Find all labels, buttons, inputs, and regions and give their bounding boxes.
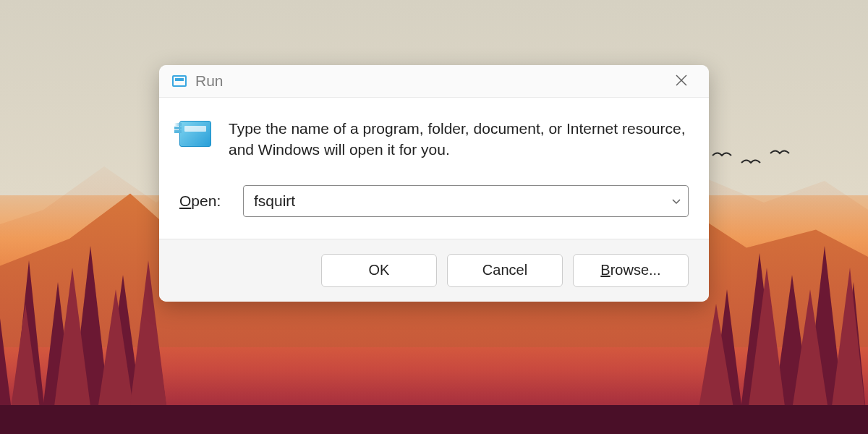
dialog-footer: OK Cancel Browse... (159, 239, 709, 302)
ok-button[interactable]: OK (321, 254, 437, 287)
browse-button[interactable]: Browse... (573, 254, 689, 287)
run-dialog: Run Type the name of a program, folder, … (159, 65, 709, 302)
open-label: Open: (179, 192, 229, 210)
cancel-button[interactable]: Cancel (447, 254, 563, 287)
window-title: Run (195, 72, 224, 90)
svg-rect-19 (0, 405, 868, 434)
desktop-birds (709, 145, 796, 177)
input-row: Open: (179, 185, 689, 217)
titlebar[interactable]: Run (159, 65, 709, 98)
description-row: Type the name of a program, folder, docu… (179, 118, 689, 161)
close-button[interactable] (667, 73, 696, 89)
open-input[interactable] (254, 192, 672, 210)
dialog-content: Type the name of a program, folder, docu… (159, 98, 709, 239)
run-title-icon (172, 75, 187, 87)
titlebar-left: Run (172, 72, 224, 90)
open-combobox[interactable] (243, 185, 689, 217)
chevron-down-icon[interactable] (672, 195, 681, 207)
close-icon (676, 75, 687, 86)
description-text: Type the name of a program, folder, docu… (229, 118, 689, 161)
run-app-icon (179, 121, 211, 147)
